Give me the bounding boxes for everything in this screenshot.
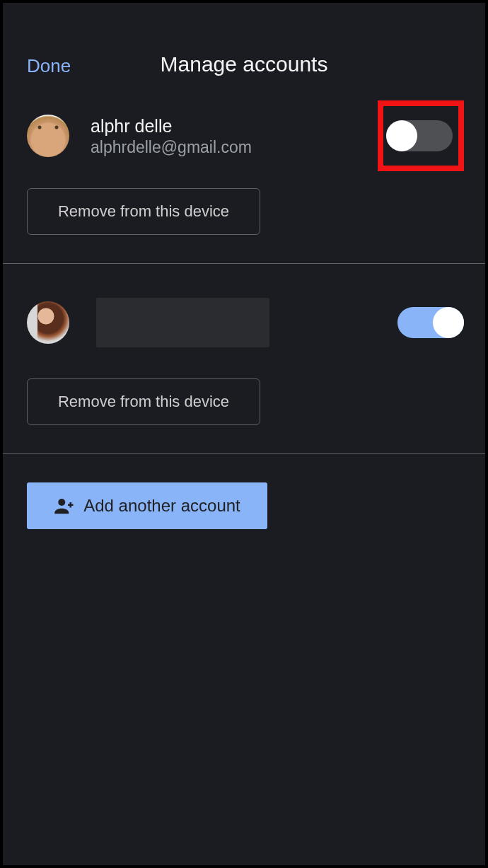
account-row	[27, 298, 464, 347]
account-section: alphr delle alphrdelle@gmail.com Remove …	[3, 81, 485, 264]
toggle-wrap	[397, 307, 464, 338]
person-add-icon	[54, 495, 75, 516]
avatar	[27, 115, 69, 157]
manage-accounts-screen: Done Manage accounts alphr delle alphrde…	[3, 3, 485, 865]
toggle-knob	[386, 120, 417, 151]
add-another-account-label: Add another account	[83, 496, 240, 516]
remove-from-device-button[interactable]: Remove from this device	[27, 188, 260, 235]
account-toggle[interactable]	[386, 120, 453, 151]
page-title: Manage accounts	[3, 52, 485, 76]
toggle-knob	[433, 307, 464, 338]
add-another-account-button[interactable]: Add another account	[27, 482, 267, 529]
account-redacted	[96, 298, 269, 347]
avatar	[27, 301, 69, 344]
account-section: Remove from this device	[3, 264, 485, 454]
toggle-highlight	[378, 100, 464, 171]
account-toggle[interactable]	[397, 307, 464, 338]
remove-from-device-button[interactable]: Remove from this device	[27, 378, 260, 425]
done-button[interactable]: Done	[27, 55, 71, 77]
svg-point-0	[59, 499, 66, 506]
account-row: alphr delle alphrdelle@gmail.com	[27, 115, 464, 157]
header: Done Manage accounts	[3, 3, 485, 81]
